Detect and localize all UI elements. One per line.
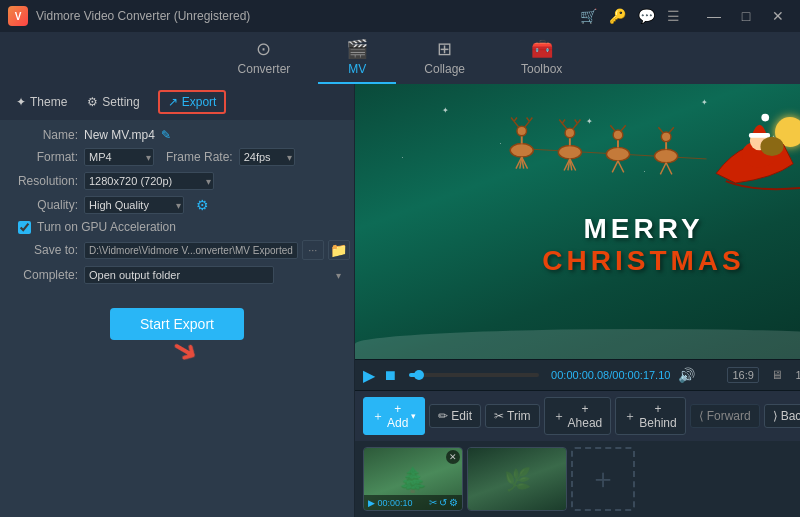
window-controls: — □ ✕	[700, 6, 792, 26]
setting-label: Setting	[102, 95, 139, 109]
tabbar: ⊙ Converter 🎬 MV ⊞ Collage 🧰 Toolbox	[0, 32, 800, 84]
tab-converter-label: Converter	[238, 62, 291, 76]
add-button[interactable]: ＋ + Add ▾	[363, 397, 425, 435]
current-time: 00:00:00.08	[551, 369, 609, 381]
action-toolbar: ＋ + Add ▾ ✏ Edit ✂ Trim ＋ + Ahead ＋	[355, 391, 800, 441]
behind-button[interactable]: ＋ + Behind	[615, 397, 685, 435]
toolbox-icon: 🧰	[531, 38, 553, 60]
tab-converter[interactable]: ⊙ Converter	[210, 32, 319, 84]
tab-toolbox[interactable]: 🧰 Toolbox	[493, 32, 590, 84]
resolution-select[interactable]: 1280x720 (720p)	[84, 172, 214, 190]
name-label: Name:	[10, 128, 78, 142]
tab-toolbox-label: Toolbox	[521, 62, 562, 76]
converter-icon: ⊙	[256, 38, 271, 60]
clip1-effects-icon[interactable]: ⚙	[449, 497, 458, 508]
chat-icon[interactable]: 💬	[638, 8, 655, 24]
edit-name-icon[interactable]: ✎	[161, 128, 171, 142]
close-button[interactable]: ✕	[764, 6, 792, 26]
add-icon: ＋	[372, 408, 384, 425]
preview-area: ✦ ✦ ✦ ✦ · · ✦ ·	[355, 84, 800, 359]
behind-icon: ＋	[624, 408, 636, 425]
tab-collage[interactable]: ⊞ Collage	[396, 32, 493, 84]
saveto-label: Save to:	[10, 243, 78, 257]
framerate-select-wrap: 24fps	[239, 148, 295, 166]
gpu-checkbox[interactable]	[18, 221, 31, 234]
svg-point-45	[760, 137, 783, 156]
left-toolbar: ✦ Theme ⚙ Setting ↗ Export	[0, 84, 354, 120]
key-icon[interactable]: 🔑	[609, 8, 626, 24]
svg-point-16	[565, 128, 575, 138]
tab-mv[interactable]: 🎬 MV	[318, 32, 396, 84]
progress-bar[interactable]	[409, 373, 539, 377]
format-select-wrap: MP4	[84, 148, 154, 166]
name-value: New MV.mp4	[84, 128, 155, 142]
complete-select[interactable]: Open output folder	[84, 266, 274, 284]
merry-text: MERRY	[542, 213, 744, 245]
app-title: Vidmore Video Converter (Unregistered)	[36, 9, 572, 23]
theme-icon: ✦	[16, 95, 26, 109]
preview-background: ✦ ✦ ✦ ✦ · · ✦ ·	[355, 84, 800, 359]
svg-line-9	[529, 118, 532, 122]
ahead-button[interactable]: ＋ + Ahead	[544, 397, 612, 435]
play-button[interactable]: ▶	[363, 366, 375, 385]
theme-label: Theme	[30, 95, 67, 109]
volume-icon[interactable]: 🔊	[678, 367, 695, 383]
edit-label: Edit	[451, 409, 472, 423]
ratio-select[interactable]: 16:9 4:3 1:1	[727, 367, 759, 383]
svg-point-34	[654, 149, 677, 162]
svg-line-31	[620, 125, 625, 131]
forward-button[interactable]: ⟨ Forward	[690, 404, 760, 428]
page-ratio: 1/2	[795, 369, 800, 381]
svg-point-27	[606, 147, 629, 160]
ratio-controls: 16:9 4:3 1:1	[727, 367, 759, 383]
left-panel: ✦ Theme ⚙ Setting ↗ Export Name: New MV.…	[0, 84, 355, 517]
format-select[interactable]: MP4	[84, 148, 154, 166]
gpu-row: Turn on GPU Acceleration	[10, 220, 344, 234]
edit-button[interactable]: ✏ Edit	[429, 404, 481, 428]
titlebar: V Vidmore Video Converter (Unregistered)…	[0, 0, 800, 32]
theme-button[interactable]: ✦ Theme	[10, 92, 73, 112]
format-row: Format: MP4 Frame Rate: 24fps	[10, 148, 344, 166]
resolution-select-wrap: 1280x720 (720p)	[84, 172, 214, 190]
svg-line-32	[612, 161, 618, 173]
complete-select-wrap: Open output folder	[84, 266, 344, 284]
clip2-thumbnail: 🌿	[468, 448, 566, 511]
filmstrip: 🌲 ✕ ▶ 00:00:10 ✂ ↺ ⚙ 🌿	[355, 441, 800, 517]
resolution-label: Resolution:	[10, 174, 78, 188]
svg-point-14	[558, 145, 581, 158]
sleigh-illustration	[442, 106, 800, 202]
save-path: D:\Vidmore\Vidmore V...onverter\MV Expor…	[84, 242, 298, 259]
svg-line-30	[610, 125, 615, 131]
total-time: 00:00:17.10	[612, 369, 670, 381]
setting-button[interactable]: ⚙ Setting	[81, 92, 145, 112]
svg-line-38	[669, 127, 674, 133]
minimize-button[interactable]: —	[700, 6, 728, 26]
browse-folder-button[interactable]: 📁	[328, 240, 350, 260]
clip1-edit-icon[interactable]: ✂	[429, 497, 437, 508]
clip1-close-button[interactable]: ✕	[446, 450, 460, 464]
bottom-bar: ＋ + Add ▾ ✏ Edit ✂ Trim ＋ + Ahead ＋	[355, 390, 800, 517]
framerate-label: Frame Rate:	[166, 150, 233, 164]
cart-icon[interactable]: 🛒	[580, 8, 597, 24]
trim-label: Trim	[507, 409, 531, 423]
quality-select[interactable]: High Quality	[84, 196, 184, 214]
browse-dots-button[interactable]: ···	[302, 240, 324, 260]
clip1-rotate-icon[interactable]: ↺	[439, 497, 447, 508]
name-row: Name: New MV.mp4 ✎	[10, 128, 344, 142]
framerate-select[interactable]: 24fps	[239, 148, 295, 166]
backward-button[interactable]: ⟩ Backward	[764, 404, 800, 428]
stop-button[interactable]: ⏹	[383, 367, 397, 383]
svg-point-36	[661, 132, 671, 142]
tab-collage-label: Collage	[424, 62, 465, 76]
quality-row: Quality: High Quality ⚙	[10, 196, 344, 214]
export-button[interactable]: ↗ Export	[158, 90, 227, 114]
maximize-button[interactable]: □	[732, 6, 760, 26]
quality-settings-icon[interactable]: ⚙	[196, 197, 209, 213]
svg-line-19	[562, 119, 565, 123]
menu-icon[interactable]: ☰	[667, 8, 680, 24]
start-export-button[interactable]: Start Export	[110, 308, 244, 340]
add-clip-button[interactable]: ＋	[571, 447, 635, 511]
backward-label: Backward	[781, 409, 800, 423]
svg-line-40	[666, 163, 672, 175]
trim-button[interactable]: ✂ Trim	[485, 404, 540, 428]
